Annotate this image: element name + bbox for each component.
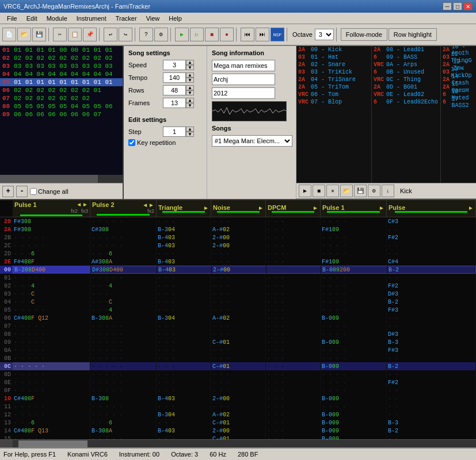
pattern-row-12[interactable]: · · · · · · · · · · B-3 04 A-# 02 · · · … bbox=[13, 411, 476, 419]
tempo-up[interactable]: ▲ bbox=[186, 72, 194, 78]
pattern-row-09[interactable]: · · · · · · · · · · · · · C-# 01 · · · B… bbox=[13, 338, 476, 346]
copy-button[interactable]: 📋 bbox=[68, 28, 82, 41]
pattern-row-0a[interactable]: · · · · · · · · · · · · · · · · · · · · … bbox=[13, 346, 476, 354]
ch-arrows-pulse2[interactable]: ◄ ► bbox=[142, 202, 154, 208]
pattern-row[interactable]: 0702 02 02 02 02 02 02 bbox=[0, 94, 123, 102]
pattern-row-03[interactable]: · · · C · · · · · · · · · · · · · · · · … bbox=[13, 290, 476, 298]
help-button[interactable]: ? bbox=[139, 28, 153, 41]
ch-left-arrow2[interactable]: ◄ bbox=[142, 202, 148, 208]
frames-input[interactable] bbox=[163, 98, 186, 108]
pattern-row-selected[interactable]: 0501 01 01 01 01 01 01 01 01 bbox=[0, 78, 123, 86]
menu-view[interactable]: View bbox=[142, 14, 165, 23]
key-rep-checkbox[interactable] bbox=[128, 139, 135, 146]
pattern-row-0d[interactable]: · · · · · · · · · · · · · · · · · · · · … bbox=[13, 370, 476, 378]
inst-item[interactable]: 2A02 - Snare bbox=[296, 61, 371, 68]
pattern-row-2a[interactable]: F#3 08 C#3 08 B-3 04 A-# 02 · · · F#1 09… bbox=[13, 225, 476, 233]
pattern-hscroll[interactable] bbox=[0, 439, 476, 447]
menu-tracker[interactable]: Tracker bbox=[111, 14, 142, 23]
pattern-row-10[interactable]: C#4 08 F B-3 08 B-4 03 2-# 00 · · · B-0 … bbox=[13, 394, 476, 402]
ch-right-arrow[interactable]: ► bbox=[82, 201, 88, 208]
songs-select[interactable]: #1 Mega Man: Elecm... bbox=[212, 135, 292, 147]
open-button[interactable]: 📂 bbox=[17, 28, 31, 41]
ch-right-arrow4[interactable]: ► bbox=[258, 205, 264, 211]
inst-item[interactable]: 609 - BASS bbox=[372, 53, 440, 61]
inst-item[interactable]: VRC0A - Arps bbox=[372, 61, 440, 68]
octave-select[interactable]: 12345 bbox=[315, 29, 334, 40]
pattern-row-0b[interactable]: · · · · · · · · · · · · · · · · · · · · … bbox=[13, 354, 476, 362]
pattern-row-02[interactable]: · · · 4 · · · 4 · · · · · · · · · · · · … bbox=[13, 282, 476, 290]
minimize-button[interactable]: ─ bbox=[443, 2, 452, 10]
next-button[interactable]: ⏭ bbox=[256, 28, 269, 41]
inst-item[interactable]: 0303 - TriKick bbox=[296, 68, 371, 76]
pattern-row-0e[interactable]: · · · · · · · · · · · · · · · · · · · · … bbox=[13, 378, 476, 386]
dpcm-stop-button[interactable]: ■ bbox=[313, 185, 325, 197]
pattern-row[interactable]: 0101 01 01 01 00 00 01 01 01 bbox=[0, 46, 123, 54]
pattern-row-01[interactable]: · · · · · · · · · · · · · · · · · · · · … bbox=[13, 274, 476, 282]
pattern-row[interactable]: 0906 06 06 06 06 06 06 07 bbox=[0, 110, 123, 118]
dpcm-save-button[interactable]: 💾 bbox=[354, 185, 367, 197]
hscroll-thumb[interactable] bbox=[0, 175, 98, 183]
pattern-row-08[interactable]: · · · · · · · · · · · · · · · · · · · · … bbox=[13, 330, 476, 338]
play-button[interactable]: ▶ bbox=[175, 28, 189, 41]
pattern-row-18[interactable]: C#4 08 F Q13 B-3 08 A B-4 03 2-# 00 · · … bbox=[13, 427, 476, 435]
inst-item[interactable]: 2A05 - TriTom bbox=[296, 83, 371, 91]
pattern-row-29[interactable]: F#3 08 · · · · · · · · · · · · · · · · ·… bbox=[13, 217, 476, 225]
pattern-row-11[interactable]: · · · · · · · · · · · · · · · · · · · · … bbox=[13, 402, 476, 411]
ch-arrows-pulse1[interactable]: ◄ ► bbox=[76, 201, 88, 208]
pattern-row[interactable]: 0202 02 02 02 02 02 02 02 02 bbox=[0, 54, 123, 62]
inst-item[interactable]: 2A08 - Lead01 bbox=[372, 46, 440, 53]
inst-item[interactable]: 60B - Unused bbox=[372, 68, 440, 76]
pattern-row-1c[interactable]: · · · · · · · · · · · · · C-# 01 · · · B… bbox=[13, 435, 476, 439]
paste-button[interactable]: 📌 bbox=[83, 28, 97, 41]
step-down[interactable]: ▼ bbox=[186, 132, 194, 137]
stop-button[interactable]: ■ bbox=[205, 28, 219, 41]
pattern-row-2e[interactable]: F#4 08 F A#3 08 A B-4 03 · · · · · · F#1… bbox=[13, 258, 476, 266]
step-up[interactable]: ▲ bbox=[186, 126, 194, 132]
maximize-button[interactable]: □ bbox=[453, 2, 462, 10]
undo-button[interactable]: ↩ bbox=[104, 28, 117, 41]
inst-item[interactable]: 2A04 - TriSnare bbox=[296, 76, 371, 83]
menu-help[interactable]: Help bbox=[164, 14, 186, 23]
dpcm-delete-button[interactable]: ✕ bbox=[326, 185, 339, 197]
dpcm-import-button[interactable]: ↓ bbox=[382, 185, 394, 197]
pattern-row-05[interactable]: · · · · · · · · 4 · · · · · · · · · · · … bbox=[13, 306, 476, 314]
frames-up[interactable]: ▲ bbox=[186, 98, 194, 103]
inst-item[interactable]: 60F - Lead02Echo bbox=[372, 98, 440, 106]
song-year-input[interactable] bbox=[212, 87, 275, 99]
menu-instrument[interactable]: Instrument bbox=[72, 14, 111, 23]
rows-up[interactable]: ▲ bbox=[186, 85, 194, 90]
song-title-input[interactable] bbox=[212, 60, 275, 71]
inst-item[interactable]: VRC0C - Thing bbox=[372, 76, 440, 83]
change-all-label[interactable]: Change all bbox=[30, 188, 68, 195]
pattern-row-0c[interactable]: · · · · · · · · · · · · · C-# 01 · · · B… bbox=[13, 362, 476, 370]
settings-button[interactable]: ⚙ bbox=[154, 28, 168, 41]
pattern-row[interactable]: 0602 02 02 02 02 02 02 01 bbox=[0, 86, 123, 94]
row-highlight-button[interactable]: Row highlight bbox=[389, 28, 437, 41]
dpcm-settings-button[interactable]: ⚙ bbox=[368, 185, 380, 197]
speed-down[interactable]: ▼ bbox=[186, 65, 194, 70]
record-button[interactable]: ● bbox=[220, 28, 234, 41]
prev-button[interactable]: ⏮ bbox=[241, 28, 254, 41]
close-button[interactable]: ✕ bbox=[463, 2, 473, 10]
rows-down[interactable]: ▼ bbox=[186, 90, 194, 95]
play-pattern-button[interactable]: ▷ bbox=[190, 28, 204, 41]
pattern-row-04[interactable]: · · · C · · · C · · · · · · · · · · · · … bbox=[13, 298, 476, 306]
pattern-row-07[interactable]: · · · · · · · · · · · · · · · · · · · · … bbox=[13, 322, 476, 330]
step-input[interactable] bbox=[163, 126, 186, 137]
inst-item[interactable]: VRC0E - Lead02 bbox=[372, 91, 440, 98]
inst-item[interactable]: VRC07 - Blop bbox=[296, 98, 371, 106]
pattern-row-0f[interactable]: · · · · · · · · · · · · · · · · · · · · … bbox=[13, 386, 476, 394]
change-all-checkbox[interactable] bbox=[30, 188, 37, 195]
ch-right-arrow2[interactable]: ► bbox=[148, 202, 154, 208]
ch-right-arrow7[interactable]: ► bbox=[468, 205, 474, 211]
song-artist-input[interactable] bbox=[212, 74, 275, 85]
tempo-down[interactable]: ▼ bbox=[186, 78, 194, 83]
menu-file[interactable]: File bbox=[2, 14, 22, 23]
pattern-hscroll[interactable] bbox=[0, 175, 123, 183]
rows-input[interactable] bbox=[163, 85, 186, 95]
inst-item[interactable]: VRC06 - Tom bbox=[296, 91, 371, 98]
ch-right-arrow5[interactable]: ► bbox=[313, 205, 318, 211]
pattern-row-2d[interactable]: · · · 6 · · · 6 · · · · · · · · · · · · … bbox=[13, 250, 476, 258]
remove-pattern-button[interactable]: - bbox=[16, 186, 28, 197]
pattern-row[interactable]: 0303 03 03 03 03 03 03 03 03 bbox=[0, 62, 123, 70]
